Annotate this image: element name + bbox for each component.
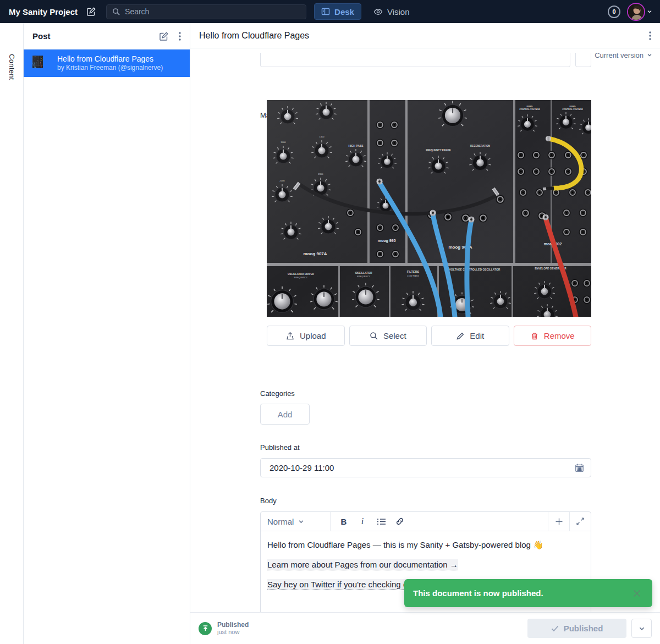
slug-field-partial[interactable] bbox=[260, 53, 570, 67]
remove-button[interactable]: Remove bbox=[514, 326, 592, 346]
bold-button[interactable]: B bbox=[337, 515, 350, 528]
more-vertical-icon bbox=[649, 31, 651, 41]
bullet-list-button[interactable] bbox=[375, 515, 388, 528]
edit-button[interactable]: Edit bbox=[431, 326, 509, 346]
success-toast: This document is now published. bbox=[404, 579, 652, 607]
publish-menu-button[interactable] bbox=[631, 619, 652, 638]
search-placeholder: Search bbox=[125, 7, 149, 16]
body-paragraph: Hello from Cloudflare Pages — this is my… bbox=[267, 540, 584, 549]
post-item-subtitle: by Kristian Freeman (@signalnerve) bbox=[57, 64, 163, 72]
link-icon bbox=[395, 517, 404, 526]
upload-button[interactable]: Upload bbox=[267, 326, 345, 346]
pencil-icon bbox=[456, 332, 465, 340]
editor-header: Hello from Cloudflare Pages bbox=[190, 23, 660, 48]
tab-vision-label: Vision bbox=[387, 7, 410, 16]
bullet-list-icon bbox=[377, 518, 386, 526]
post-list-panel: Post Hello from Cloudflare Pages bbox=[24, 23, 190, 644]
fullscreen-button[interactable] bbox=[569, 512, 591, 531]
image-actions-row: Upload Select Edit bbox=[267, 326, 591, 346]
body-toolbar: Normal B i bbox=[261, 512, 591, 531]
main-image-preview[interactable] bbox=[267, 100, 591, 317]
post-panel-menu-button[interactable] bbox=[179, 31, 181, 41]
post-list-item[interactable]: Hello from Cloudflare Pages by Kristian … bbox=[24, 49, 190, 77]
upload-icon bbox=[285, 331, 295, 340]
post-panel-title: Post bbox=[32, 31, 159, 41]
desk-icon bbox=[321, 7, 330, 16]
chevron-down-icon bbox=[647, 9, 652, 14]
top-navbar: My Sanity Project Search Desk bbox=[0, 0, 660, 23]
publish-status-time: just now bbox=[217, 629, 249, 636]
user-menu[interactable] bbox=[627, 3, 652, 21]
document-editor-pane: Hello from Cloudflare Pages Current vers… bbox=[190, 23, 660, 612]
calendar-icon[interactable] bbox=[575, 463, 584, 472]
publish-status: Published just now bbox=[199, 621, 249, 636]
compose-icon bbox=[86, 7, 96, 16]
trash-icon bbox=[530, 332, 539, 340]
chevron-down-icon bbox=[639, 625, 645, 632]
version-selector[interactable]: Current version bbox=[595, 48, 652, 62]
content-rail: Content bbox=[0, 23, 24, 644]
publish-status-label: Published bbox=[217, 621, 249, 629]
tab-desk-label: Desk bbox=[334, 7, 354, 16]
new-document-button[interactable] bbox=[86, 7, 96, 16]
link-button[interactable] bbox=[393, 515, 406, 528]
italic-button[interactable]: i bbox=[356, 515, 369, 528]
body-link-documentation[interactable]: Learn more about Pages from our document… bbox=[267, 559, 458, 570]
publish-button[interactable]: Published bbox=[527, 619, 626, 638]
plus-icon bbox=[555, 518, 563, 526]
search-icon bbox=[112, 8, 120, 16]
toast-message: This document is now published. bbox=[413, 588, 630, 598]
more-vertical-icon bbox=[179, 31, 181, 41]
document-menu-button[interactable] bbox=[649, 31, 651, 41]
tab-desk[interactable]: Desk bbox=[314, 3, 361, 20]
avatar bbox=[627, 3, 645, 21]
expand-icon bbox=[576, 518, 584, 525]
compose-icon bbox=[159, 31, 169, 41]
chevron-down-icon bbox=[298, 519, 323, 525]
eye-icon bbox=[373, 7, 383, 16]
tab-vision[interactable]: Vision bbox=[367, 3, 416, 20]
toast-close-button[interactable] bbox=[630, 587, 644, 600]
create-post-button[interactable] bbox=[159, 31, 169, 41]
main-image-photo bbox=[267, 100, 591, 317]
notifications-badge[interactable]: 0 bbox=[608, 5, 620, 18]
insert-block-button[interactable] bbox=[548, 512, 569, 531]
close-icon bbox=[632, 589, 641, 598]
published-at-value: 2020-10-29 11:00 bbox=[270, 463, 575, 472]
document-footer: Published just now Published bbox=[190, 612, 660, 644]
slug-generate-button-partial[interactable] bbox=[575, 53, 591, 67]
published-at-input[interactable]: 2020-10-29 11:00 bbox=[260, 458, 591, 477]
text-style-select[interactable]: Normal bbox=[261, 512, 331, 531]
select-button[interactable]: Select bbox=[349, 326, 427, 346]
search-input[interactable]: Search bbox=[106, 4, 306, 19]
post-item-title: Hello from Cloudflare Pages bbox=[57, 54, 163, 64]
project-title: My Sanity Project bbox=[9, 7, 78, 16]
check-icon bbox=[551, 625, 559, 632]
published-at-label: Published at bbox=[260, 443, 300, 452]
post-panel-header: Post bbox=[24, 23, 190, 49]
add-category-button[interactable]: Add bbox=[260, 404, 310, 425]
document-title: Hello from Cloudflare Pages bbox=[199, 31, 649, 41]
search-icon bbox=[370, 332, 378, 340]
editor-scroll-area: Current version Main image U bbox=[190, 48, 660, 612]
body-label: Body bbox=[260, 497, 277, 505]
chevron-down-icon bbox=[647, 52, 652, 58]
rail-tab-content[interactable]: Content bbox=[8, 54, 16, 80]
published-status-icon bbox=[199, 622, 212, 635]
post-thumbnail bbox=[32, 54, 51, 73]
categories-label: Categories bbox=[260, 389, 295, 398]
